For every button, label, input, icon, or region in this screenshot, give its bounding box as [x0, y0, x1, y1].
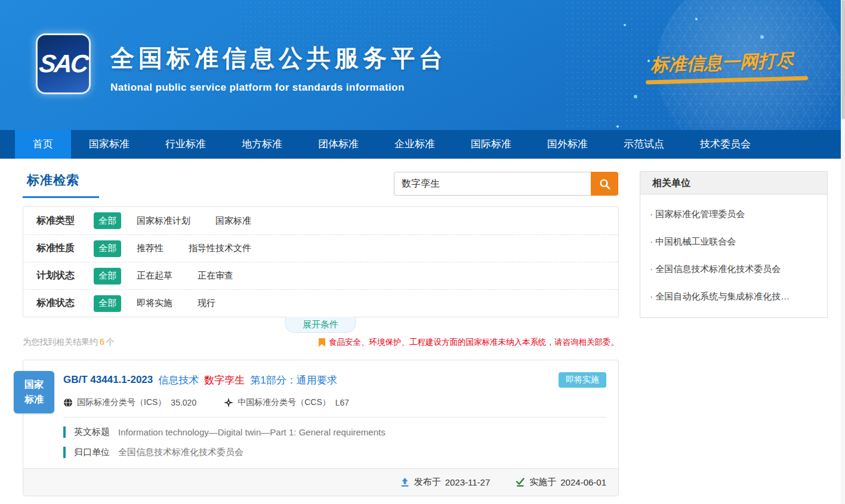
filter-all-button[interactable]: 全部	[94, 295, 121, 312]
committee-value: 全国信息技术标准化技术委员会	[118, 447, 243, 458]
filter-option[interactable]: 现行	[198, 298, 215, 309]
main-nav: 首页 国家标准 行业标准 地方标准 团体标准 企业标准 国际标准 国外标准 示范…	[0, 130, 845, 159]
nav-item-technical-committee[interactable]: 技术委员会	[682, 130, 769, 159]
standard-title-link[interactable]: 第1部分：通用要求	[250, 373, 337, 387]
bookmark-icon	[319, 338, 325, 347]
scrollbar-thumb[interactable]	[841, 0, 845, 119]
nav-item-national-standards[interactable]: 国家标准	[71, 130, 147, 159]
nav-item-industry-standards[interactable]: 行业标准	[147, 130, 224, 159]
card-body: GB/T 43441.1-2023 信息技术 数字孪生 第1部分：通用要求 即将…	[23, 360, 618, 458]
site-header: SAC 全国标准信息公共服务平台 National public service…	[0, 0, 845, 130]
nav-item-local-standards[interactable]: 地方标准	[224, 130, 300, 159]
slogan-banner: 标准信息一网打尽	[650, 50, 829, 82]
teal-bar-decoration	[63, 447, 66, 458]
nav-item-foreign-standards[interactable]: 国外标准	[529, 130, 606, 159]
filter-label: 标准类型	[36, 215, 94, 227]
english-title-label: 英文标题	[74, 426, 110, 438]
filter-label: 标准状态	[36, 297, 94, 310]
nav-item-home[interactable]: 首页	[15, 130, 71, 159]
filter-all-button[interactable]: 全部	[94, 268, 121, 285]
standard-title-link[interactable]: 信息技术	[158, 373, 199, 387]
results-count: 为您找到相关结果约6个	[23, 337, 115, 348]
filter-label: 标准性质	[36, 242, 94, 255]
nav-item-pilot[interactable]: 示范试点	[606, 130, 682, 159]
nav-item-group-standards[interactable]: 团体标准	[300, 130, 377, 159]
badge-line1: 国家	[24, 378, 44, 392]
search-box	[394, 172, 618, 196]
standard-code-link[interactable]: GB/T 43441.1-2023	[63, 374, 153, 386]
system-notice: 食品安全、环境保护、工程建设方面的国家标准未纳入本系统，请咨询相关部委。	[319, 337, 619, 348]
slogan-text: 标准信息一网打尽	[650, 47, 829, 78]
published-date: 2023-11-27	[445, 477, 491, 487]
related-unit-link[interactable]: 国家标准化管理委员会	[650, 200, 818, 228]
badge-line2: 标准	[24, 392, 44, 407]
published-date-item: 发布于 2023-11-27	[400, 477, 491, 488]
nav-item-enterprise-standards[interactable]: 企业标准	[377, 130, 453, 159]
nav-item-international-standards[interactable]: 国际标准	[453, 130, 529, 159]
standard-title-row: GB/T 43441.1-2023 信息技术 数字孪生 第1部分：通用要求 即将…	[63, 372, 606, 388]
notice-text: 食品安全、环境保护、工程建设方面的国家标准未纳入本系统，请咨询相关部委。	[329, 337, 619, 348]
ics-label: 国际标准分类号（ICS）	[77, 397, 166, 408]
national-standard-badge: 国家 标准	[14, 371, 54, 413]
publish-upload-icon	[400, 477, 410, 487]
standard-title-highlight[interactable]: 数字孪生	[204, 373, 245, 387]
related-unit-link[interactable]: 中国机械工业联合会	[650, 228, 818, 255]
filter-row-plan-status: 计划状态 全部 正在起草 正在审查	[23, 262, 618, 289]
related-units-list: 国家标准化管理委员会 中国机械工业联合会 全国信息技术标准化技术委员会 全国自动…	[640, 194, 827, 316]
ics-value: 35.020	[171, 398, 196, 407]
published-label: 发布于	[414, 477, 441, 488]
implemented-date-item: 实施于 2024-06-01	[515, 477, 606, 488]
implemented-label: 实施于	[529, 477, 556, 488]
filter-row-standard-type: 标准类型 全部 国家标准计划 国家标准	[23, 207, 618, 234]
main-nav-list: 首页 国家标准 行业标准 地方标准 团体标准 企业标准 国际标准 国外标准 示范…	[15, 130, 845, 159]
results-count-prefix: 为您找到相关结果约	[23, 337, 98, 347]
teal-bar-decoration	[63, 426, 66, 438]
filter-option[interactable]: 正在起草	[137, 270, 172, 282]
filter-option[interactable]: 国家标准计划	[137, 215, 190, 227]
english-title-value: Information technology—Digital twin—Part…	[118, 427, 386, 437]
scrollbar-track[interactable]	[841, 0, 845, 504]
status-badge: 即将实施	[559, 372, 606, 388]
filter-all-button[interactable]: 全部	[94, 240, 121, 257]
sac-logo[interactable]: SAC	[36, 33, 91, 94]
results-meta-row: 为您找到相关结果约6个 食品安全、环境保护、工程建设方面的国家标准未纳入本系统，…	[23, 334, 619, 351]
spark-dots-decoration	[624, 24, 626, 26]
committee-label: 归口单位	[74, 447, 110, 458]
section-title-underline	[23, 196, 99, 198]
related-unit-link[interactable]: 全国自动化系统与集成标准化技…	[650, 283, 818, 310]
results-count-suffix: 个	[106, 337, 115, 347]
filter-all-button[interactable]: 全部	[94, 212, 121, 229]
english-title-row: 英文标题 Information technology—Digital twin…	[63, 426, 606, 438]
filter-panel: 标准类型 全部 国家标准计划 国家标准 标准性质 全部 推荐性 指导性技术文件 …	[23, 206, 619, 317]
expand-conditions-button[interactable]: 展开条件	[285, 317, 356, 333]
sac-logo-text: SAC	[38, 50, 89, 78]
filter-row-standard-nature: 标准性质 全部 推荐性 指导性技术文件	[23, 234, 618, 262]
implemented-date: 2024-06-01	[560, 477, 606, 487]
committee-row: 归口单位 全国信息技术标准化技术委员会	[63, 447, 606, 458]
page: SAC 全国标准信息公共服务平台 National public service…	[0, 0, 845, 504]
site-titles: 全国标准信息公共服务平台 National public service pla…	[110, 42, 447, 94]
ccs-value: L67	[335, 398, 349, 407]
filter-option[interactable]: 国家标准	[215, 215, 251, 227]
site-title-cn: 全国标准信息公共服务平台	[110, 42, 447, 75]
filter-option[interactable]: 推荐性	[137, 243, 164, 254]
filter-row-standard-status: 标准状态 全部 即将实施 现行	[23, 289, 618, 317]
card-divider	[63, 417, 606, 418]
related-unit-link[interactable]: 全国信息技术标准化技术委员会	[650, 255, 818, 283]
filter-option[interactable]: 正在审查	[198, 270, 233, 282]
section-title-standard-search: 标准检索	[27, 172, 79, 188]
card-footer: 发布于 2023-11-27 实施于 2024-06-01	[23, 468, 618, 496]
compass-icon	[224, 398, 233, 407]
search-icon	[599, 178, 610, 190]
search-input[interactable]	[394, 172, 591, 196]
classification-row: 国际标准分类号（ICS） 35.020 中国标准分类号（CCS） L67	[63, 397, 606, 408]
filter-option[interactable]: 即将实施	[137, 298, 172, 309]
filter-option[interactable]: 指导性技术文件	[189, 243, 251, 254]
ccs-label: 中国标准分类号（CCS）	[238, 397, 331, 408]
search-button[interactable]	[591, 172, 618, 196]
globe-icon	[63, 398, 73, 407]
related-units-title: 相关单位	[640, 172, 827, 194]
implement-check-icon	[515, 477, 525, 487]
standard-result-card: 国家 标准 GB/T 43441.1-2023 信息技术 数字孪生 第1部分：通…	[23, 360, 619, 496]
site-title-en: National public service platform for sta…	[110, 82, 447, 94]
